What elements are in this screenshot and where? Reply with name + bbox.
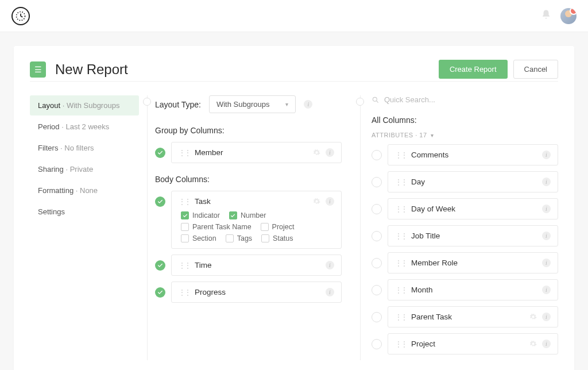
drag-handle-icon[interactable]: ⋮⋮ bbox=[179, 149, 190, 157]
drag-handle-icon[interactable]: ⋮⋮ bbox=[179, 288, 190, 296]
info-icon[interactable]: i bbox=[326, 288, 334, 296]
all-columns-title: All Columns: bbox=[372, 115, 558, 125]
available-column-row: ⋮⋮Project i bbox=[372, 333, 558, 354]
drag-handle-icon[interactable]: ⋮⋮ bbox=[395, 313, 407, 321]
column-box: ⋮⋮Time i bbox=[171, 255, 342, 276]
add-column-circle[interactable] bbox=[372, 339, 382, 349]
report-card: ☰ New Report Create Report Cancel Layout… bbox=[14, 46, 574, 370]
svg-line-4 bbox=[377, 101, 378, 102]
cancel-button[interactable]: Cancel bbox=[513, 60, 558, 79]
available-column-row: ⋮⋮Member Role i bbox=[372, 252, 558, 273]
chevron-down-icon: ▾ bbox=[431, 132, 434, 138]
sidebar-item-period[interactable]: Period · Last 2 weeks bbox=[30, 117, 139, 137]
divider bbox=[352, 95, 368, 360]
gear-icon[interactable] bbox=[312, 148, 321, 157]
gear-icon[interactable] bbox=[529, 340, 537, 348]
selected-check-icon[interactable] bbox=[155, 260, 165, 271]
sidebar-item-settings[interactable]: Settings bbox=[30, 202, 139, 222]
drag-handle-icon[interactable]: ⋮⋮ bbox=[395, 340, 407, 348]
column-label: Time bbox=[195, 261, 212, 269]
column-box: ⋮⋮Progress i bbox=[171, 282, 342, 303]
task-option-indicator[interactable]: Indicator bbox=[181, 211, 220, 219]
chevron-down-icon: ▾ bbox=[285, 101, 288, 107]
info-icon[interactable]: i bbox=[542, 313, 551, 321]
info-icon[interactable]: i bbox=[304, 100, 312, 109]
info-icon[interactable]: i bbox=[542, 286, 551, 294]
info-icon[interactable]: i bbox=[326, 261, 334, 269]
drag-handle-icon[interactable]: ⋮⋮ bbox=[395, 205, 407, 213]
svg-line-2 bbox=[21, 16, 22, 17]
checkbox-icon bbox=[261, 223, 269, 231]
checkbox-icon bbox=[229, 211, 237, 219]
add-column-circle[interactable] bbox=[372, 285, 382, 295]
column-box: ⋮⋮Month i bbox=[388, 279, 558, 300]
info-icon[interactable]: i bbox=[326, 197, 334, 206]
sidebar-item-filters[interactable]: Filters · No filters bbox=[30, 138, 139, 158]
topbar bbox=[0, 0, 588, 32]
info-icon[interactable]: i bbox=[542, 178, 551, 186]
drag-handle-icon[interactable]: ⋮⋮ bbox=[395, 259, 407, 267]
available-column-row: ⋮⋮Parent Task i bbox=[372, 306, 558, 327]
add-column-circle[interactable] bbox=[372, 312, 382, 322]
gear-icon[interactable] bbox=[529, 313, 537, 321]
user-avatar[interactable] bbox=[560, 8, 577, 24]
sidebar-item-formatting[interactable]: Formatting · None bbox=[30, 180, 139, 201]
column-box: ⋮⋮Member i bbox=[171, 142, 342, 163]
add-column-circle[interactable] bbox=[372, 258, 382, 268]
info-icon[interactable]: i bbox=[542, 232, 551, 240]
add-column-circle[interactable] bbox=[372, 204, 382, 214]
report-icon: ☰ bbox=[30, 61, 46, 78]
notification-icon[interactable] bbox=[541, 9, 551, 22]
column-box: ⋮⋮Member Role i bbox=[388, 252, 558, 273]
info-icon[interactable]: i bbox=[542, 205, 551, 213]
checkbox-icon bbox=[181, 223, 189, 231]
info-icon[interactable]: i bbox=[542, 340, 551, 348]
selected-check-icon[interactable] bbox=[155, 148, 165, 158]
add-column-circle[interactable] bbox=[372, 150, 382, 160]
drag-handle-icon[interactable]: ⋮⋮ bbox=[179, 198, 190, 206]
body-columns-title: Body Columns: bbox=[155, 175, 342, 184]
available-column-row: ⋮⋮Month i bbox=[372, 279, 558, 300]
drag-handle-icon[interactable]: ⋮⋮ bbox=[395, 178, 407, 186]
column-box: ⋮⋮Comments i bbox=[388, 144, 558, 165]
task-option-status[interactable]: Status bbox=[261, 234, 293, 242]
app-logo[interactable] bbox=[11, 7, 30, 25]
gear-icon[interactable] bbox=[312, 197, 321, 206]
add-column-circle[interactable] bbox=[372, 177, 382, 187]
sidebar-item-sharing[interactable]: Sharing · Private bbox=[30, 159, 139, 179]
task-option-parent-task-name[interactable]: Parent Task Name bbox=[181, 223, 252, 231]
add-column-circle[interactable] bbox=[372, 231, 382, 241]
info-icon[interactable]: i bbox=[542, 259, 551, 267]
selected-check-icon[interactable] bbox=[155, 287, 165, 298]
column-label: Progress bbox=[195, 288, 226, 296]
layout-type-label: Layout Type: bbox=[155, 100, 201, 109]
checkbox-icon bbox=[181, 234, 189, 242]
info-icon[interactable]: i bbox=[326, 148, 334, 157]
column-label: Parent Task bbox=[411, 313, 452, 321]
column-box: ⋮⋮Day of Week i bbox=[388, 198, 558, 219]
page-title: New Report bbox=[55, 61, 128, 78]
selected-check-icon[interactable] bbox=[155, 196, 165, 207]
task-option-number[interactable]: Number bbox=[229, 211, 266, 219]
drag-handle-icon[interactable]: ⋮⋮ bbox=[179, 261, 190, 269]
body-column-row: ⋮⋮Progress i bbox=[155, 282, 342, 303]
sidebar-item-layout[interactable]: Layout · With Subgroups bbox=[30, 95, 139, 115]
drag-handle-icon[interactable]: ⋮⋮ bbox=[395, 232, 407, 240]
sidebar: Layout · With SubgroupsPeriod · Last 2 w… bbox=[30, 95, 139, 360]
task-option-section[interactable]: Section bbox=[181, 234, 216, 242]
info-icon[interactable]: i bbox=[542, 151, 551, 159]
column-box: ⋮⋮Job Title i bbox=[388, 225, 558, 246]
available-column-row: ⋮⋮Day of Week i bbox=[372, 198, 558, 219]
create-report-button[interactable]: Create Report bbox=[439, 60, 508, 79]
column-label: Task bbox=[195, 197, 211, 206]
task-option-tags[interactable]: Tags bbox=[226, 234, 252, 242]
group-by-row: ⋮⋮Member i bbox=[155, 142, 342, 163]
quick-search-input[interactable] bbox=[384, 95, 558, 104]
drag-handle-icon[interactable]: ⋮⋮ bbox=[395, 151, 407, 159]
drag-handle-icon[interactable]: ⋮⋮ bbox=[395, 286, 407, 294]
task-option-project[interactable]: Project bbox=[261, 223, 295, 231]
checkbox-icon bbox=[226, 234, 234, 242]
search-icon bbox=[372, 96, 380, 104]
attributes-section-header[interactable]: ATTRIBUTES · 17 ▾ bbox=[372, 132, 558, 138]
layout-type-select[interactable]: With Subgroups ▾ bbox=[209, 95, 296, 113]
